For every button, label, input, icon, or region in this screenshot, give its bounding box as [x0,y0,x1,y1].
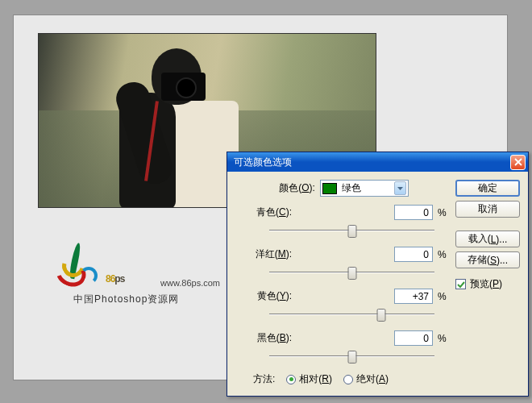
magenta-slider[interactable] [269,266,434,279]
radio-icon [286,375,296,384]
yellow-label: 黄色(Y): [239,289,292,303]
dialog-titlebar[interactable]: 可选颜色选项 [227,152,528,172]
load-button[interactable]: 载入(L)... [455,231,520,247]
black-label: 黑色(B): [239,331,292,345]
method-label: 方法: [253,372,275,386]
cyan-label: 青色(C): [239,206,292,219]
magenta-label: 洋红(M): [239,247,292,261]
ok-button[interactable]: 确定 [455,180,520,197]
save-button[interactable]: 存储(S)... [455,251,520,268]
color-swatch-icon [322,183,337,194]
cyan-input[interactable] [394,205,433,220]
watermark-logo: 86ps www.86ps.com 中国Photoshop资源网 [48,243,217,331]
selective-color-dialog: 可选颜色选项 颜色(O): 绿色 [227,152,529,397]
yellow-slider[interactable] [269,308,434,321]
preview-checkbox[interactable]: 预览(P) [455,277,520,291]
radio-icon [343,375,353,384]
cancel-button[interactable]: 取消 [455,201,520,218]
chevron-down-icon [394,181,406,195]
percent-label: % [438,207,449,218]
black-slider[interactable] [269,350,434,363]
color-value: 绿色 [342,181,394,195]
method-relative-radio[interactable]: 相对(R) [286,372,332,386]
checkbox-icon [455,279,466,289]
color-dropdown[interactable]: 绿色 [320,180,409,197]
magenta-input[interactable] [394,247,433,262]
color-label: 颜色(O): [279,181,315,195]
document-canvas: 86ps www.86ps.com 中国Photoshop资源网 可选颜色选项 … [13,15,508,380]
yellow-input[interactable] [394,289,433,304]
method-absolute-radio[interactable]: 绝对(A) [343,372,389,386]
close-button[interactable] [510,155,526,170]
dialog-title: 可选颜色选项 [234,156,510,169]
black-input[interactable] [394,330,433,346]
cyan-slider[interactable] [269,224,434,237]
